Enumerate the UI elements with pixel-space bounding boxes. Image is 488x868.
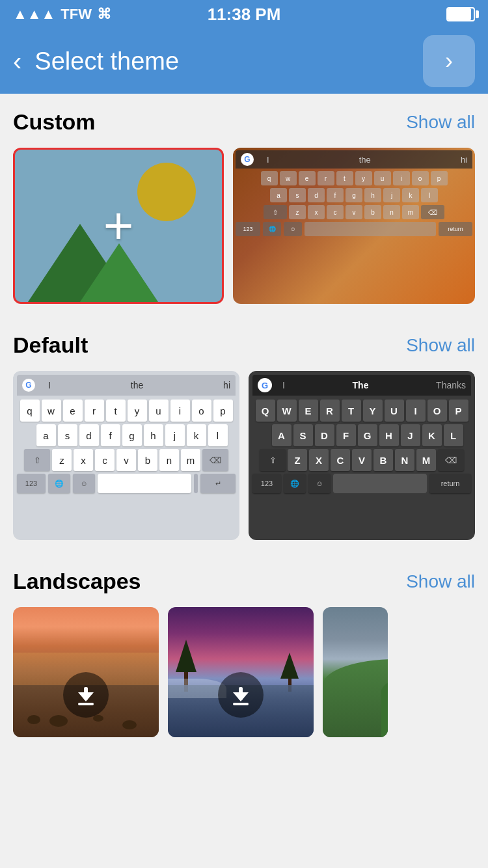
dk-w: W bbox=[277, 400, 297, 422]
kb-row-1: q w e r t y u i o p bbox=[236, 171, 472, 185]
kb-sug-3: hi bbox=[223, 380, 230, 390]
kb-123: 123 bbox=[236, 222, 260, 236]
dk-m: M bbox=[416, 449, 436, 471]
kb-y: y bbox=[355, 171, 372, 185]
kb-emoji: ☺ bbox=[284, 222, 302, 236]
kb-bottom-row: 123 🌐 ☺ return bbox=[236, 222, 472, 236]
dk-v: V bbox=[352, 449, 372, 471]
kb-return: return bbox=[439, 222, 472, 236]
keyboard-preview: G I the hi q w e r t y u i o bbox=[233, 148, 475, 304]
default-section: Default Show all G I the hi q w e bbox=[0, 317, 488, 553]
dk-h: H bbox=[379, 424, 399, 446]
svg-rect-5 bbox=[233, 703, 249, 705]
status-right bbox=[446, 7, 475, 21]
download-overlay-mountain bbox=[218, 672, 264, 718]
dk-p: P bbox=[449, 400, 468, 422]
kb-z: z bbox=[289, 205, 306, 219]
lk-c: c bbox=[95, 449, 115, 471]
lk-globe: 🌐 bbox=[48, 474, 70, 493]
kb-dark-bottom: 123 🌐 ☺ return bbox=[252, 474, 471, 493]
kb-a: a bbox=[270, 188, 287, 202]
landscapes-show-all-button[interactable]: Show all bbox=[406, 571, 475, 592]
kb-light-top: G I the hi bbox=[17, 375, 236, 396]
kb-dark-row-3: ⇧ Z X C V B N M ⌫ bbox=[252, 449, 471, 471]
landscapes-section-title: Landscapes bbox=[13, 569, 141, 594]
lk-m: m bbox=[181, 449, 200, 471]
lk-n: n bbox=[159, 449, 179, 471]
kb-x: x bbox=[308, 205, 325, 219]
kb-shift: ⇧ bbox=[264, 205, 287, 219]
dk-z: Z bbox=[288, 449, 307, 471]
kb-o: o bbox=[412, 171, 429, 185]
green-hills-theme[interactable] bbox=[323, 607, 388, 737]
page-title: Select theme bbox=[34, 47, 179, 75]
nav-header: ‹ Select theme › bbox=[0, 29, 488, 94]
add-custom-theme-button[interactable]: + bbox=[13, 148, 224, 304]
content: Custom Show all + G I the bbox=[0, 94, 488, 757]
kb-m: m bbox=[402, 205, 419, 219]
default-light-theme[interactable]: G I the hi q w e r t y u i o bbox=[13, 371, 239, 540]
kb-spacebar bbox=[305, 222, 436, 236]
kb-u: u bbox=[374, 171, 391, 185]
kb-sug-1: I bbox=[48, 380, 51, 390]
default-show-all-button[interactable]: Show all bbox=[406, 335, 475, 356]
status-time: 11:38 PM bbox=[208, 5, 281, 25]
lk-a: a bbox=[36, 424, 56, 446]
kb-row-3: ⇧ z x c v b n m ⌫ bbox=[236, 205, 472, 219]
default-theme-grid: G I the hi q w e r t y u i o bbox=[13, 371, 475, 547]
dk-space bbox=[333, 474, 427, 493]
dk-l: L bbox=[444, 424, 463, 446]
kb-suggestion-3: hi bbox=[461, 155, 467, 165]
dk-a: A bbox=[272, 424, 291, 446]
lk-k: k bbox=[187, 424, 206, 446]
dk-u: U bbox=[385, 400, 404, 422]
kb-s: s bbox=[289, 188, 306, 202]
download-overlay-beach bbox=[63, 672, 109, 718]
svg-rect-1 bbox=[84, 687, 88, 700]
lk-h: h bbox=[144, 424, 163, 446]
lk-z: z bbox=[52, 449, 72, 471]
dk-return: return bbox=[429, 474, 471, 493]
lk-shift: ⇧ bbox=[24, 449, 50, 471]
lk-o: o bbox=[192, 400, 211, 422]
landscapes-section-header: Landscapes Show all bbox=[13, 569, 475, 594]
kb-i: i bbox=[393, 171, 410, 185]
lk-b: b bbox=[138, 449, 157, 471]
mountain-lake-theme[interactable] bbox=[168, 607, 314, 737]
kb-v: v bbox=[346, 205, 362, 219]
svg-rect-4 bbox=[239, 687, 243, 700]
kb-w: w bbox=[280, 171, 297, 185]
carrier-label: TFW bbox=[61, 6, 92, 23]
kb-j: j bbox=[383, 188, 400, 202]
google-logo-dark: G bbox=[258, 378, 272, 392]
sun-decoration bbox=[137, 163, 196, 221]
kb-dark-row-2: A S D F G H J K L bbox=[252, 424, 471, 446]
lk-l: l bbox=[208, 424, 228, 446]
dark-keyboard-preview: G I The Thanks Q W E R T Y U I O bbox=[249, 371, 475, 540]
beach-sunset-theme[interactable] bbox=[13, 607, 159, 737]
default-dark-theme[interactable]: G I The Thanks Q W E R T Y U I O bbox=[249, 371, 475, 540]
kb-suggestion-1: I bbox=[267, 155, 269, 165]
kb-p: p bbox=[431, 171, 448, 185]
forward-button[interactable]: › bbox=[423, 35, 475, 87]
kb-light-row-3: ⇧ z x c v b n m ⌫ bbox=[17, 449, 236, 471]
signal-icon: ▲▲▲ bbox=[13, 6, 55, 23]
download-icon-2 bbox=[229, 683, 252, 707]
kb-suggestion-2: the bbox=[282, 155, 448, 165]
dk-j: J bbox=[401, 424, 420, 446]
kb-light-row-2: a s d f g h j k l bbox=[17, 424, 236, 446]
lk-x: x bbox=[74, 449, 93, 471]
custom-photo-theme[interactable]: G I the hi q w e r t y u i o bbox=[233, 148, 475, 304]
kb-r: r bbox=[318, 171, 334, 185]
back-button[interactable]: ‹ bbox=[13, 47, 21, 76]
lk-emoji: ☺ bbox=[73, 474, 95, 493]
kb-k: k bbox=[402, 188, 419, 202]
kb-t: t bbox=[336, 171, 353, 185]
kb-e: e bbox=[299, 171, 316, 185]
dk-i: I bbox=[406, 400, 426, 422]
google-logo-light: G bbox=[22, 379, 35, 392]
light-keyboard-preview: G I the hi q w e r t y u i o bbox=[13, 371, 239, 540]
custom-show-all-button[interactable]: Show all bbox=[406, 112, 475, 133]
dk-b: B bbox=[373, 449, 393, 471]
custom-section-header: Custom Show all bbox=[13, 109, 475, 135]
